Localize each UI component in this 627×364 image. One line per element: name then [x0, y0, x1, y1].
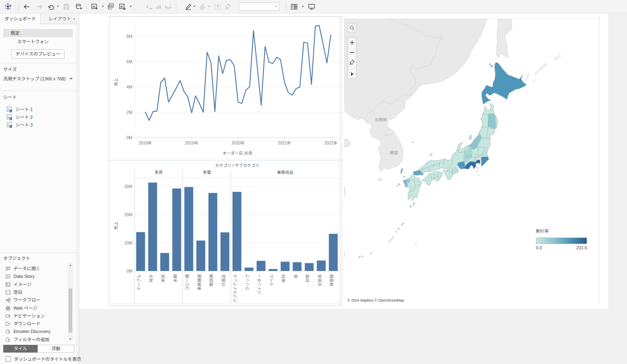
object-item-workflow[interactable]: ワークフロー [5, 296, 67, 304]
new-worksheet-caret[interactable] [102, 6, 104, 7]
color-legend[interactable]: 割引率 0.0 231.6 [536, 228, 588, 251]
object-item-image[interactable]: イメージ [5, 281, 67, 289]
zoom-home-pin-icon[interactable] [348, 58, 356, 66]
bar-ラベル[interactable] [269, 269, 278, 271]
object-item-download[interactable]: ダウンロード [5, 320, 67, 328]
sheet-item-2[interactable]: シート 2 [7, 113, 76, 121]
japan-choropleth-map[interactable]: 北朝鮮 韓国 日本 [344, 16, 599, 304]
search-icon [348, 24, 356, 32]
bar-アプライアンス[interactable] [233, 192, 242, 271]
size-dropdown-value: 汎用デスクトップ (1366 x 768) [3, 76, 66, 81]
redo-icon[interactable] [36, 3, 43, 11]
size-dropdown[interactable]: 汎用デスクトップ (1366 x 768) [3, 75, 76, 83]
bar-テーブル[interactable] [136, 232, 145, 271]
collapse-panel-icon[interactable]: ‹ [71, 16, 77, 22]
sheet-item-label: シート 3 [16, 121, 33, 129]
fit-selector[interactable] [239, 2, 280, 11]
map-zone[interactable]: 北朝鮮 韓国 日本 割引率 [344, 16, 599, 304]
bar-x-tick-label: 封筒 [305, 274, 310, 282]
scroll-up-icon[interactable]: ▲ [68, 263, 73, 267]
object-item-label: Web ページ [13, 304, 37, 312]
show-hide-cards-icon[interactable] [290, 3, 298, 11]
oki-islands [431, 154, 433, 155]
line-y-tick-label: 4M [127, 85, 132, 89]
map-search-button[interactable] [348, 24, 356, 32]
checkbox-box[interactable] [6, 356, 11, 362]
objects-scrollbar[interactable]: ▲ ▼ [68, 263, 73, 341]
bar-電話機[interactable] [209, 193, 218, 271]
bar-椅子[interactable] [148, 182, 157, 271]
object-item-data-story[interactable]: Data Story [5, 273, 67, 280]
object-item-navigation[interactable]: ナビゲーション [5, 312, 67, 320]
presentation-mode-icon[interactable] [308, 3, 316, 11]
object-item-label: イメージ [13, 281, 31, 289]
bar-x-tick-label: 椅子 [149, 274, 153, 282]
size-header: サイズ [3, 67, 17, 72]
bar-紙[interactable] [293, 262, 302, 271]
sheet-item-1[interactable]: シート 1 [7, 106, 76, 113]
object-item-ask-data[interactable]: データに聞く [5, 265, 67, 273]
bar-chart-zone[interactable]: カテゴリ / サブカテゴリ0M10M20M30M売上テーブル椅子家具本棚コピー機… [109, 160, 342, 306]
sidebar-separator [0, 91, 79, 91]
tiled-button[interactable]: タイル [3, 345, 38, 353]
line-x-axis-title: オーダー日 の月 [222, 151, 252, 155]
legend-min: 0.0 [536, 245, 542, 250]
bar-文房具[interactable] [317, 260, 326, 271]
bar-封筒[interactable] [305, 263, 314, 271]
sidebar-item-smartphone[interactable]: スマートフォン [3, 38, 73, 45]
duplicate-sheet-icon[interactable] [107, 3, 115, 11]
line-y-tick-label: 2M [127, 110, 132, 115]
bar-x-tick-label: 付属品 [221, 274, 226, 286]
clear-sheet-icon[interactable] [118, 3, 126, 11]
bar-本棚[interactable] [172, 189, 181, 271]
show-hide-cards-caret[interactable] [302, 6, 304, 7]
dashboard-canvas: 0M2M4M6M8M2018年2019年2020年2021年2022年売上オーダ… [79, 13, 608, 309]
undo-icon[interactable] [23, 3, 31, 11]
sales-by-month-line-chart[interactable]: 0M2M4M6M8M2018年2019年2020年2021年2022年売上オーダ… [109, 17, 342, 160]
zoom-in-icon[interactable] [348, 39, 356, 47]
bar-保管箱[interactable] [329, 234, 338, 271]
format-workbook-caret [208, 6, 210, 7]
worksheet-icon [7, 122, 13, 128]
device-preview-button[interactable]: デバイスのプレビュー [11, 49, 64, 59]
map-controls-separator [349, 69, 355, 69]
highlight-caret[interactable] [193, 6, 196, 7]
highlight-icon[interactable] [185, 3, 192, 11]
sidebar-item-default[interactable]: 既定 [3, 29, 73, 37]
clear-sheet-caret[interactable] [129, 6, 132, 7]
bar-家具[interactable] [160, 253, 169, 271]
map-controls-expand-icon[interactable] [348, 70, 356, 78]
object-item-einstein[interactable]: Einstein Discovery [5, 328, 67, 335]
sidebar-scrollbar-gutter[interactable] [76, 24, 78, 364]
goto-islands [398, 184, 400, 185]
blank-icon [5, 290, 11, 295]
legend-gradient-bar [536, 237, 587, 244]
sales-by-subcategory-bar-chart[interactable]: カテゴリ / サブカテゴリ0M10M20M30M売上テーブル椅子家具本棚コピー機… [109, 160, 342, 305]
toolbar-separator [87, 3, 87, 11]
replay-caret[interactable] [57, 6, 59, 7]
bar-画材[interactable] [281, 262, 290, 271]
object-item-blank[interactable]: 空白 [5, 289, 67, 296]
sheet-item-label: シート 2 [16, 113, 33, 121]
floating-button[interactable]: 浮動 [38, 345, 74, 353]
tab-dashboard[interactable]: ダッシュボード [0, 13, 41, 24]
line-chart-zone[interactable]: 0M2M4M6M8M2018年2019年2020年2021年2022年売上オーダ… [109, 16, 342, 160]
scroll-down-icon[interactable]: ▼ [68, 337, 73, 341]
bar-コピー機[interactable] [185, 187, 193, 271]
sales-line-series[interactable] [145, 26, 331, 121]
web-page-icon [5, 306, 11, 311]
replay-icon[interactable] [47, 3, 55, 11]
scrollbar-thumb[interactable] [69, 289, 72, 333]
sheet-item-3[interactable]: シート 3 [7, 121, 76, 129]
tokunoshima-island [398, 228, 399, 229]
zoom-out-icon[interactable] [348, 49, 356, 56]
object-item-web-page[interactable]: Web ページ [5, 304, 67, 312]
sheets-header: シート [3, 94, 17, 100]
object-item-add-filter[interactable]: フィルターの追加 [5, 336, 67, 344]
bar-バインダー[interactable] [257, 261, 266, 271]
new-worksheet-icon[interactable] [91, 3, 98, 11]
bar-クリップ[interactable] [245, 268, 253, 271]
bar-事務機器[interactable] [196, 240, 205, 271]
new-data-source-icon[interactable] [75, 3, 83, 11]
bar-付属品[interactable] [220, 232, 229, 271]
